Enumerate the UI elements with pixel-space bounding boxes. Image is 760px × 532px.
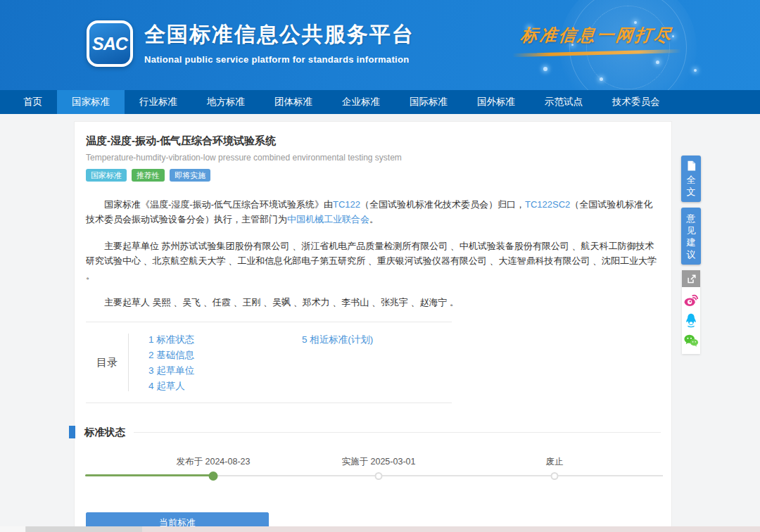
feedback-button[interactable]: 意见建议 (681, 208, 701, 265)
status-section-header: 标准状态 (75, 426, 671, 439)
timeline-dot-implemented (375, 472, 383, 480)
standard-title: 温度-湿度-振动-低气压综合环境试验系统 (86, 134, 660, 148)
para1-text: 国家标准《温度-湿度-振动-低气压综合环境试验系统》由 (104, 199, 333, 210)
fulltext-label: 全文 (686, 174, 696, 198)
nav-item-industry-standards[interactable]: 行业标准 (125, 90, 192, 114)
sac-logo[interactable]: SAC (87, 20, 133, 67)
nav-item-technical-committee[interactable]: 技术委员会 (597, 90, 675, 114)
scrollbar-corner (0, 526, 26, 532)
weibo-icon[interactable] (683, 292, 699, 308)
timeline-label-abolished: 废止 (546, 456, 564, 468)
banner-dot (656, 61, 659, 64)
toc-label: 目录 (86, 334, 129, 391)
scrollbar-thumb[interactable] (26, 526, 142, 532)
status-timeline: 发布于 2024-08-23 实施于 2025-03-01 废止 (75, 445, 671, 495)
share-icon[interactable] (682, 270, 700, 287)
paragraph-overview: 国家标准《温度-湿度-振动-低气压综合环境试验系统》由TC122（全国试验机标准… (86, 197, 660, 227)
tag-upcoming: 即将实施 (170, 169, 210, 182)
link-tc122sc2[interactable]: TC122SC2 (525, 199, 570, 210)
para1-text: （全国试验机标准化技术委员会）归口， (360, 199, 525, 210)
toc-link-drafters[interactable]: 4 起草人 (148, 381, 302, 391)
site-title: 全国标准信息公共服务平台 (144, 20, 414, 49)
toc-link-standard-status[interactable]: 1 标准状态 (148, 335, 302, 345)
wechat-icon[interactable] (683, 333, 699, 348)
nav-item-demo-pilot[interactable]: 示范试点 (530, 90, 597, 114)
main-content-card: 温度-湿度-振动-低气压综合环境试验系统 Temperature-humdity… (74, 121, 672, 532)
qq-icon[interactable] (683, 312, 699, 328)
floating-sidebar: 全文 意见建议 (681, 156, 701, 354)
nav-item-enterprise-standards[interactable]: 企业标准 (327, 90, 395, 114)
timeline-dot-abolished (551, 472, 559, 480)
nav-item-national-standards[interactable]: 国家标准 (57, 90, 125, 114)
link-machinery-federation[interactable]: 中国机械工业联合会 (287, 214, 369, 224)
tag-recommended: 推荐性 (132, 169, 165, 182)
banner-dot (694, 69, 697, 72)
link-tc122[interactable]: TC122 (333, 199, 360, 210)
tag-row: 国家标准 推荐性 即将实施 (86, 169, 660, 182)
document-icon (687, 160, 696, 171)
standard-title-en: Temperature-humdity-vibration-low pressu… (86, 153, 660, 163)
timeline-label-published: 发布于 2024-08-23 (177, 456, 251, 468)
toc-link-basic-info[interactable]: 2 基础信息 (148, 350, 302, 360)
nav-item-home[interactable]: 首页 (8, 90, 57, 114)
timeline-dot-published (209, 471, 218, 481)
fulltext-button[interactable]: 全文 (681, 156, 701, 202)
share-strip (682, 270, 700, 354)
paragraph-drafting-units: 主要起草单位 苏州苏试试验集团股份有限公司 、浙江省机电产品质量检测所有限公司 … (86, 239, 660, 283)
horizontal-scrollbar[interactable] (0, 526, 760, 532)
nav-item-foreign-standards[interactable]: 国外标准 (462, 90, 530, 114)
status-section-title: 标准状态 (84, 426, 125, 439)
standard-description: 国家标准《温度-湿度-振动-低气压综合环境试验系统》由TC122（全国试验机标准… (86, 197, 660, 310)
timeline-label-implemented: 实施于 2025-03-01 (342, 456, 416, 468)
banner-slogan: 标准信息一网打尽 (512, 24, 681, 55)
section-accent-bar (69, 426, 75, 438)
slogan-text: 标准信息一网打尽 (511, 24, 682, 46)
table-of-contents: 目录 1 标准状态 2 基础信息 3 起草单位 4 起草人 5 相近标准(计划) (86, 322, 452, 403)
banner-dot (600, 77, 603, 81)
site-subtitle: National public service platform for sta… (144, 54, 414, 65)
feedback-label: 意见建议 (686, 213, 696, 260)
sac-logo-text: SAC (92, 34, 127, 54)
toc-link-drafting-units[interactable]: 3 起草单位 (148, 366, 302, 376)
nav-item-group-standards[interactable]: 团体标准 (260, 90, 327, 114)
tag-national-standard: 国家标准 (86, 169, 127, 182)
para1-text: 。 (369, 214, 379, 224)
timeline-progress (85, 474, 213, 476)
banner-dot (543, 67, 547, 71)
toc-link-similar-standards[interactable]: 5 相近标准(计划) (302, 335, 373, 345)
header-banner: SAC 全国标准信息公共服务平台 National public service… (0, 0, 760, 90)
nav-item-local-standards[interactable]: 地方标准 (192, 90, 260, 114)
paragraph-drafters: 主要起草人 吴熙 、吴飞 、任霞 、王刚 、吴飒 、郑术力 、李书山 、张兆宇 … (86, 295, 660, 310)
section-divider-line (134, 432, 661, 433)
main-nav: 首页 国家标准 行业标准 地方标准 团体标准 企业标准 国际标准 国外标准 示范… (0, 90, 760, 114)
nav-item-international-standards[interactable]: 国际标准 (395, 90, 462, 114)
